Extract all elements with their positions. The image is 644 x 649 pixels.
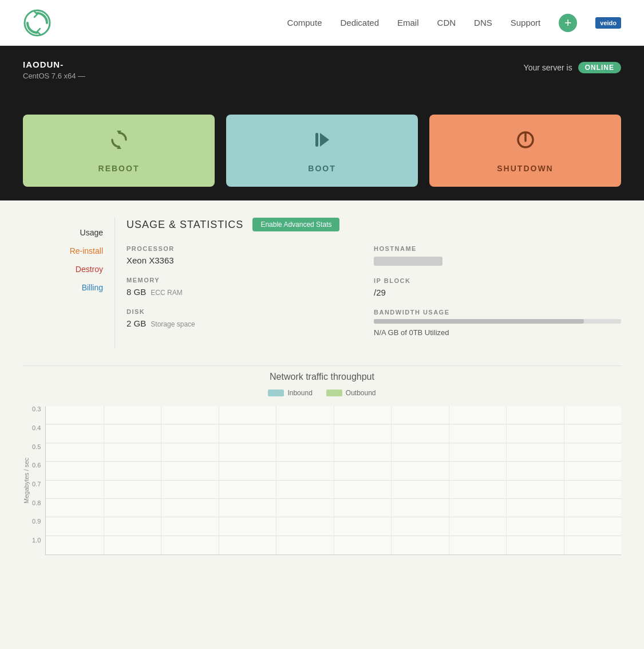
shutdown-label: SHUTDOWN [497,164,553,173]
stats-header: USAGE & STATISTICS Enable Advanced Stats [127,218,621,231]
boot-label: BOOT [308,164,335,173]
svg-marker-3 [320,133,329,147]
outbound-swatch [326,390,342,396]
y-axis: 1.0 0.9 0.8 0.7 0.6 0.5 0.4 0.3 [32,406,45,555]
vline-5 [334,406,334,554]
vline-7 [449,406,449,554]
logo [23,9,52,37]
chart-title: Network traffic throughput [23,372,621,382]
disk-value: 2 GB Storage space [127,318,374,328]
server-banner: IAODUN- CentOS 7.6 x64 — Your server is … [0,46,644,103]
nav-support[interactable]: Support [511,18,541,27]
shutdown-icon [514,128,537,156]
stat-ipblock: IP BLOCK /29 [374,277,621,309]
status-badge: ONLINE [578,62,621,73]
stat-bandwidth: BANDWIDTH USAGE N/A GB of 0TB Utilized [374,309,621,348]
y-label-08: 0.8 [32,500,41,506]
ipblock-value: /29 [374,288,621,297]
y-label-04: 0.4 [32,425,41,431]
stat-memory: MEMORY 8 GB ECC RAM [127,277,374,308]
reboot-button[interactable]: REBOOT [23,115,215,187]
disk-label: DISK [127,308,374,315]
nav-dedicated[interactable]: Dedicated [340,18,379,27]
stat-hostname: HOSTNAME [374,245,621,277]
main-content: Usage Re-install Destroy Billing USAGE &… [0,200,644,365]
bandwidth-bar [374,319,621,324]
nav-email[interactable]: Email [397,18,419,27]
reboot-icon [108,128,131,156]
server-status: Your server is ONLINE [524,62,621,73]
y-label-10: 1.0 [32,537,41,544]
stats-title: USAGE & STATISTICS [127,219,243,231]
chart-wrapper: Megabytes / sec 1.0 0.9 0.8 0.7 0.6 0.5 … [23,406,621,555]
inbound-label: Inbound [287,389,312,397]
ipblock-label: IP BLOCK [374,277,621,284]
hostname-value [374,255,621,266]
logo-icon [23,9,52,37]
sidebar-item-billing[interactable]: Billing [23,278,114,297]
main-nav: Compute Dedicated Email CDN DNS Support … [287,14,621,32]
chart-legend: Inbound Outbound [23,389,621,397]
nav-dns[interactable]: DNS [474,18,492,27]
reboot-label: REBOOT [98,164,140,173]
legend-outbound: Outbound [326,389,376,397]
disk-unit: Storage space [151,320,195,328]
y-label-03: 0.3 [32,406,41,412]
vline-9 [564,406,564,554]
stat-disk: DISK 2 GB Storage space [127,308,374,340]
stat-processor: PROCESSOR Xeon X3363 [127,245,374,277]
hostname-label: HOSTNAME [374,245,621,252]
hostname-redacted [374,257,442,266]
vline-1 [104,406,104,554]
y-label-07: 0.7 [32,481,41,487]
y-label-06: 0.6 [32,462,41,469]
chart-grid [45,406,621,555]
vline-6 [391,406,392,554]
vline-3 [219,406,219,554]
outbound-label: Outbound [346,389,376,397]
processor-value: Xeon X3363 [127,255,374,265]
sidebar-item-destroy[interactable]: Destroy [23,260,114,278]
boot-icon [311,128,334,156]
nav-compute[interactable]: Compute [287,18,322,27]
add-button[interactable]: + [559,14,577,32]
chart-area [45,406,621,555]
shutdown-button[interactable]: SHUTDOWN [429,115,621,187]
bandwidth-bar-fill [374,319,584,324]
sidebar-item-reinstall[interactable]: Re-install [23,242,114,260]
vline-2 [161,406,161,554]
memory-value: 8 GB ECC RAM [127,287,374,297]
sidebar: Usage Re-install Destroy Billing [23,218,114,348]
nav-cdn[interactable]: CDN [437,18,456,27]
inbound-swatch [268,390,284,396]
stats-grid: PROCESSOR Xeon X3363 MEMORY 8 GB ECC RAM… [127,245,621,348]
bandwidth-text: N/A GB of 0TB Utilized [374,328,621,337]
sidebar-item-usage[interactable]: Usage [23,223,114,242]
legend-inbound: Inbound [268,389,312,397]
memory-unit: ECC RAM [151,289,182,297]
y-axis-title: Megabytes / sec [23,406,30,555]
brand-badge: veido [595,17,621,29]
svg-rect-4 [315,133,318,147]
y-label-05: 0.5 [32,444,41,450]
action-row: REBOOT BOOT SHUTDOWN [0,103,644,200]
stats-area: USAGE & STATISTICS Enable Advanced Stats… [114,218,621,348]
chart-section: Network traffic throughput Inbound Outbo… [0,366,644,572]
bandwidth-label: BANDWIDTH USAGE [374,309,621,316]
header: Compute Dedicated Email CDN DNS Support … [0,0,644,46]
status-prefix: Your server is [524,63,572,72]
enable-stats-button[interactable]: Enable Advanced Stats [252,218,339,231]
y-label-09: 0.9 [32,518,41,525]
vline-8 [506,406,507,554]
memory-label: MEMORY [127,277,374,284]
vline-4 [276,406,276,554]
processor-label: PROCESSOR [127,245,374,252]
boot-button[interactable]: BOOT [226,115,418,187]
